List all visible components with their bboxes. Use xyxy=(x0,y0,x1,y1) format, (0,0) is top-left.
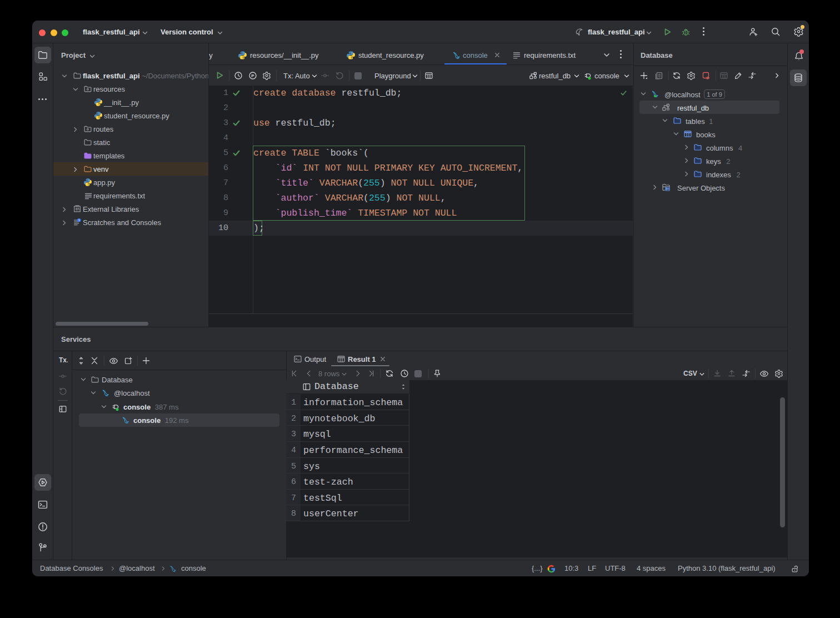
svg-text:P: P xyxy=(251,73,254,78)
